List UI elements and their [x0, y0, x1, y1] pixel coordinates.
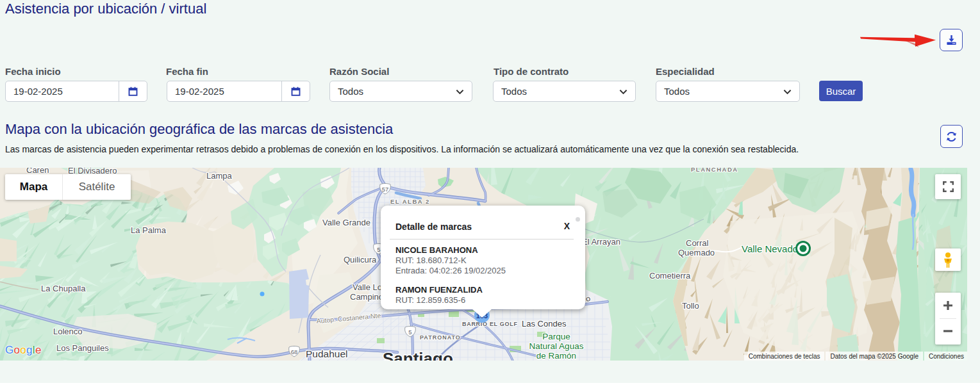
svg-text:La Palma: La Palma — [131, 225, 167, 235]
svg-text:Campino: Campino — [350, 292, 383, 302]
svg-text:Valle Lo: Valle Lo — [353, 282, 382, 292]
svg-text:68: 68 — [291, 348, 298, 355]
svg-text:Parque: Parque — [542, 332, 570, 341]
svg-text:Lolenco: Lolenco — [53, 327, 83, 336]
svg-text:Valle Grande: Valle Grande — [322, 218, 370, 227]
svg-text:Pudahuel: Pudahuel — [306, 348, 348, 359]
svg-text:La Chupalla: La Chupalla — [41, 284, 86, 293]
svg-text:Santiago: Santiago — [383, 349, 453, 361]
svg-text:de Ramón: de Ramón — [536, 351, 576, 361]
svg-text:57: 57 — [382, 186, 389, 193]
svg-text:Quilicura: Quilicura — [344, 255, 377, 264]
svg-text:BARRIO EL GOLF: BARRIO EL GOLF — [462, 321, 518, 327]
svg-text:EL ALBA 2: EL ALBA 2 — [390, 198, 430, 205]
svg-text:Tollo: Tollo — [682, 301, 699, 311]
svg-text:El Arrayan: El Arrayan — [582, 237, 620, 247]
svg-text:Corral: Corral — [686, 238, 709, 248]
svg-text:Cometierra: Cometierra — [649, 271, 691, 280]
svg-text:Las Condes: Las Condes — [522, 319, 567, 329]
svg-text:Quemado: Quemado — [678, 248, 715, 257]
svg-text:PLANCHADA: PLANCHADA — [691, 168, 738, 173]
svg-text:5: 5 — [377, 246, 380, 253]
svg-text:Natural Aguas: Natural Aguas — [529, 341, 584, 351]
svg-text:5: 5 — [408, 329, 411, 336]
svg-text:Los Panguiles: Los Panguiles — [56, 343, 109, 353]
svg-text:Valle Nevado: Valle Nevado — [742, 243, 798, 254]
svg-text:Lampa: Lampa — [206, 171, 233, 181]
svg-text:PATRONATO: PATRONATO — [420, 334, 461, 341]
